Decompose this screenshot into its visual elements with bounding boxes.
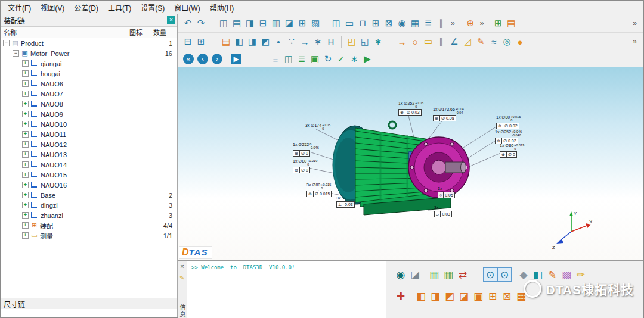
clamp-icon[interactable]: ◰	[345, 35, 358, 48]
clip-plane-icon[interactable]: ◪	[408, 267, 422, 282]
cube-close-icon[interactable]: ⊠	[500, 289, 514, 303]
expand-toggle-icon[interactable]: +	[22, 131, 29, 138]
tree-item-nauo14[interactable]: +NAUO14	[1, 160, 177, 170]
sheet-icon[interactable]: ▤	[230, 17, 243, 30]
flow-arrow-icon[interactable]: →	[395, 35, 408, 48]
expand-toggle-icon[interactable]: +	[22, 212, 29, 219]
points-icon[interactable]: ∵	[285, 35, 298, 48]
prism-icon[interactable]: ◆	[516, 267, 531, 282]
collapse-toggle-icon[interactable]: −	[13, 50, 19, 57]
layout-icon[interactable]: ◫	[282, 52, 295, 66]
pen-icon[interactable]: ✎	[474, 35, 487, 48]
caliper-icon[interactable]: ∥	[435, 35, 448, 48]
expand-toggle-icon[interactable]: +	[22, 111, 29, 117]
dot-icon[interactable]: ●	[513, 35, 527, 48]
console-tab-info[interactable]: 信息	[178, 304, 187, 318]
cube-front-icon[interactable]: ◧	[414, 289, 428, 303]
rotate-view-icon[interactable]: ⊙	[483, 267, 497, 282]
undo-icon[interactable]: ↶	[181, 17, 194, 30]
menu-tools[interactable]: 工具(T)	[103, 1, 136, 14]
snowflake-icon[interactable]: ∗	[371, 35, 385, 48]
image-icon[interactable]: ▣	[308, 52, 321, 66]
spin-view-icon[interactable]: ⊙	[497, 267, 512, 282]
grid-icon[interactable]: ⊞	[296, 17, 309, 30]
half-view-icon[interactable]: ◨	[243, 17, 256, 30]
tree-item-node[interactable]: +⊞装配4/4	[1, 220, 177, 230]
menu-settings[interactable]: 设置(S)	[136, 1, 169, 14]
datum-h-icon[interactable]: H	[324, 35, 338, 48]
tree-item-nauo6[interactable]: +NAUO6	[1, 79, 177, 89]
panel-close-button[interactable]: ×	[167, 16, 175, 24]
tree-item-nauo11[interactable]: +NAUO11	[1, 129, 177, 139]
cube-top-icon[interactable]: ◩	[442, 289, 457, 303]
menu-view[interactable]: 视图(V)	[36, 1, 69, 14]
expand-toggle-icon[interactable]: +	[22, 70, 29, 77]
angle-icon[interactable]: ∠	[448, 35, 461, 48]
cube-back-icon[interactable]: ◨	[428, 289, 442, 303]
slice-icon[interactable]: ⊟	[256, 17, 270, 30]
orange-sheet-icon[interactable]: ▤	[504, 17, 518, 30]
move-icon[interactable]: ✚	[394, 289, 408, 303]
quadrant-icon[interactable]: ⊞	[491, 17, 504, 30]
menu-window[interactable]: 窗口(W)	[169, 1, 205, 14]
viewport-3d[interactable]: Y X Z 3x ∅174+0.0501x ∅252+0.030⊕∅ 0.031…	[178, 67, 643, 261]
toolbar-overflow-chevron[interactable]: »	[633, 38, 637, 46]
beam-icon[interactable]: ∥	[435, 17, 448, 30]
pattern-icon[interactable]: ∗	[311, 35, 324, 48]
grid-green-icon[interactable]: ▦	[427, 267, 441, 282]
vector-icon[interactable]: →	[298, 35, 311, 48]
lens-icon[interactable]: ◎	[500, 35, 513, 48]
pillar-icon[interactable]: ⊓	[356, 17, 369, 30]
expand-toggle-icon[interactable]: +	[22, 91, 29, 97]
surface-icon[interactable]: ◩	[259, 35, 272, 48]
play-button[interactable]: ▶	[231, 54, 242, 64]
cells-icon[interactable]: ⊞	[369, 17, 382, 30]
dense-grid-icon[interactable]: ▦	[408, 17, 422, 30]
expand-toggle-icon[interactable]: +	[22, 101, 29, 107]
check-flag-icon[interactable]: ✓	[335, 52, 348, 66]
toolbar-overflow-chevron[interactable]: »	[480, 19, 484, 27]
menu-tolerance[interactable]: 公差(D)	[69, 1, 103, 14]
target-cell-icon[interactable]: ◉	[395, 17, 408, 30]
step-forward-button[interactable]: ›	[212, 54, 222, 64]
tree-item-base[interactable]: +Base2	[1, 190, 177, 200]
cells-close-icon[interactable]: ⊠	[382, 17, 395, 30]
step-back-button[interactable]: ‹	[197, 54, 208, 64]
swap-icon[interactable]: ⇄	[456, 267, 470, 282]
tree-item-nauo16[interactable]: +NAUO16	[1, 180, 177, 190]
corner-view-icon[interactable]: ◪	[283, 17, 296, 30]
expand-toggle-icon[interactable]: +	[22, 182, 29, 188]
paint-icon[interactable]: ◧	[531, 267, 545, 282]
tree-item-nauo10[interactable]: +NAUO10	[1, 119, 177, 129]
expand-toggle-icon[interactable]: +	[22, 60, 29, 67]
plane-icon[interactable]: ▤	[219, 35, 233, 48]
tree-item-nauo13[interactable]: +NAUO13	[1, 149, 177, 160]
dimension-chain-header[interactable]: 尺寸链	[1, 298, 177, 309]
cube-dense-icon[interactable]: ▦	[514, 289, 528, 303]
cube-iso-icon[interactable]: ▣	[471, 289, 485, 303]
expand-toggle-icon[interactable]: +	[22, 202, 29, 208]
console-pencil-icon[interactable]: ✎	[179, 275, 184, 281]
toolbar-overflow-chevron[interactable]: »	[633, 19, 637, 27]
wave-icon[interactable]: ≈	[487, 35, 500, 48]
tree-item-node[interactable]: +▭测量1/1	[1, 230, 177, 241]
grid-green-alt-icon[interactable]: ▦	[441, 267, 456, 282]
expand-toggle-icon[interactable]: +	[22, 172, 29, 178]
half-plane-icon[interactable]: ◧	[233, 35, 246, 48]
clamp-alt-icon[interactable]: ◱	[358, 35, 371, 48]
tree-item-nauo9[interactable]: +NAUO9	[1, 109, 177, 119]
expand-toggle-icon[interactable]: +	[22, 192, 29, 198]
tree-item-nauo8[interactable]: +NAUO8	[1, 99, 177, 109]
expand-toggle-icon[interactable]: +	[22, 151, 29, 158]
tree-item-dingzi[interactable]: +dingzi3	[1, 200, 177, 210]
tree-item-motor-power[interactable]: −▣Motor_Power16	[1, 48, 177, 58]
point-icon[interactable]: •	[272, 35, 285, 48]
zoom-icon[interactable]: ◉	[394, 267, 408, 282]
gear-icon[interactable]: ∗	[348, 52, 361, 66]
gage-icon[interactable]: ▭	[422, 35, 435, 48]
circle-tool-icon[interactable]: ○	[408, 35, 422, 48]
palette-icon[interactable]: ▩	[559, 267, 574, 282]
toolbar-overflow-chevron[interactable]: »	[451, 19, 455, 27]
console-close-icon[interactable]: ×	[180, 263, 184, 270]
stack-icon[interactable]: ≣	[295, 52, 308, 66]
